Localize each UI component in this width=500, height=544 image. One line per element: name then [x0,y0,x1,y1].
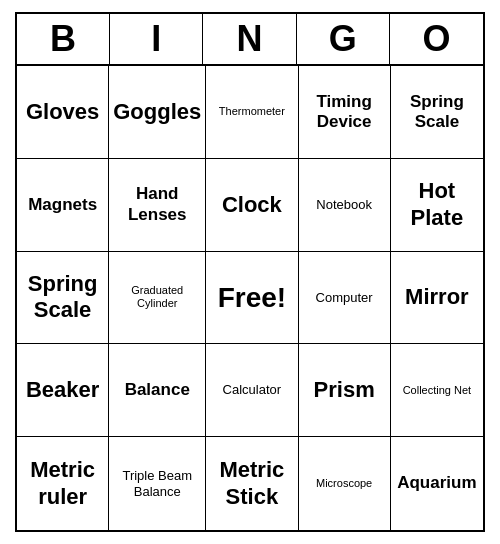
cell-text-2: Thermometer [219,105,285,118]
cell-16: Balance [109,344,206,437]
cell-5: Magnets [17,159,109,252]
cell-7: Clock [206,159,298,252]
header-letter-o: O [390,14,483,64]
cell-text-3: Timing Device [303,92,386,133]
cell-17: Calculator [206,344,298,437]
cell-text-8: Notebook [316,197,372,213]
header-letter-b: B [17,14,110,64]
cell-14: Mirror [391,252,483,345]
cell-text-10: Spring Scale [21,271,104,324]
cell-23: Microscope [299,437,391,530]
bingo-header: BINGO [17,14,483,66]
cell-text-0: Gloves [26,99,99,125]
bingo-grid: GlovesGogglesThermometerTiming DeviceSpr… [17,66,483,530]
cell-text-18: Prism [314,377,375,403]
cell-text-13: Computer [316,290,373,306]
cell-12: Free! [206,252,298,345]
cell-text-9: Hot Plate [395,178,479,231]
cell-24: Aquarium [391,437,483,530]
cell-22: Metric Stick [206,437,298,530]
cell-text-11: Graduated Cylinder [113,284,201,310]
cell-text-5: Magnets [28,195,97,215]
cell-text-21: Triple Beam Balance [113,468,201,499]
cell-text-4: Spring Scale [395,92,479,133]
cell-0: Gloves [17,66,109,159]
cell-13: Computer [299,252,391,345]
header-letter-g: G [297,14,390,64]
cell-text-14: Mirror [405,284,469,310]
cell-6: Hand Lenses [109,159,206,252]
cell-text-22: Metric Stick [210,457,293,510]
cell-11: Graduated Cylinder [109,252,206,345]
cell-19: Collecting Net [391,344,483,437]
cell-3: Timing Device [299,66,391,159]
cell-text-19: Collecting Net [403,384,471,397]
cell-text-23: Microscope [316,477,372,490]
cell-10: Spring Scale [17,252,109,345]
cell-4: Spring Scale [391,66,483,159]
cell-text-24: Aquarium [397,473,476,493]
bingo-card: BINGO GlovesGogglesThermometerTiming Dev… [15,12,485,532]
cell-text-20: Metric ruler [21,457,104,510]
cell-text-16: Balance [125,380,190,400]
cell-9: Hot Plate [391,159,483,252]
cell-text-7: Clock [222,192,282,218]
header-letter-n: N [203,14,296,64]
cell-21: Triple Beam Balance [109,437,206,530]
cell-8: Notebook [299,159,391,252]
cell-2: Thermometer [206,66,298,159]
cell-15: Beaker [17,344,109,437]
cell-text-12: Free! [218,281,286,315]
cell-text-17: Calculator [223,382,282,398]
cell-text-15: Beaker [26,377,99,403]
cell-1: Goggles [109,66,206,159]
cell-text-1: Goggles [113,99,201,125]
cell-18: Prism [299,344,391,437]
header-letter-i: I [110,14,203,64]
cell-text-6: Hand Lenses [113,184,201,225]
cell-20: Metric ruler [17,437,109,530]
